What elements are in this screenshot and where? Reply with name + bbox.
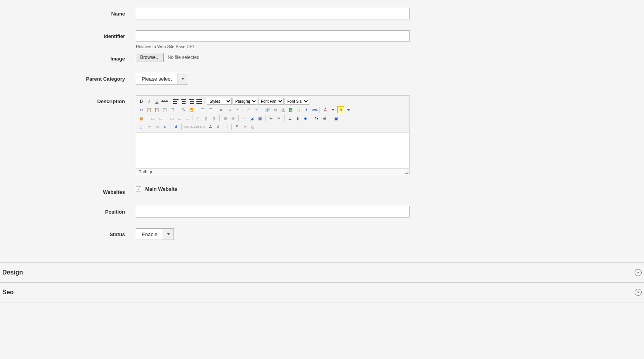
delete-row-icon[interactable]: ▭ xyxy=(184,115,191,122)
position-label: Position xyxy=(0,206,136,215)
ins-icon[interactable]: A xyxy=(215,123,222,130)
parent-category-value: Please select xyxy=(136,73,177,84)
number-list-icon[interactable]: ☰ xyxy=(207,106,214,113)
bg-color-icon[interactable]: ✎ xyxy=(337,106,344,113)
cite-icon[interactable]: CITE xyxy=(184,123,191,130)
special-char-icon[interactable]: Ω xyxy=(286,115,293,122)
visual-chars-icon[interactable]: ¶ xyxy=(234,123,241,130)
blockquote-icon[interactable]: ❝ xyxy=(234,106,241,113)
subscript-icon[interactable]: X₂ xyxy=(267,115,274,122)
paste-word-icon[interactable]: 📋 xyxy=(169,106,176,113)
chevron-down-icon[interactable] xyxy=(163,229,174,240)
insert-row-after-icon[interactable]: ▭ xyxy=(176,115,183,122)
resize-grip-icon[interactable] xyxy=(404,170,409,175)
expand-icon[interactable] xyxy=(635,289,642,296)
cleanup-icon[interactable]: ✨ xyxy=(295,106,302,113)
help-icon[interactable]: ℹ xyxy=(303,106,310,113)
description-label: Description xyxy=(0,95,136,104)
delete-col-icon[interactable]: ▯ xyxy=(210,115,217,122)
styles-select[interactable]: Styles xyxy=(207,98,232,105)
design-section-title: Design xyxy=(2,269,23,276)
visual-aid-icon[interactable]: ▦ xyxy=(256,115,263,122)
layer-front-icon[interactable]: ▭ xyxy=(153,123,160,130)
format-select[interactable]: Paragraph xyxy=(233,98,257,105)
rtl-icon[interactable]: ◂¶ xyxy=(321,115,328,122)
hr-icon[interactable]: — xyxy=(241,115,248,122)
page-break-icon[interactable]: ⊟ xyxy=(249,123,256,130)
expand-icon[interactable] xyxy=(635,269,642,276)
undo-icon[interactable]: ↶ xyxy=(245,106,252,113)
insert-row-before-icon[interactable]: ▭ xyxy=(168,115,175,122)
font-family-select[interactable]: Font Family xyxy=(258,98,284,105)
websites-label: Websites xyxy=(0,186,136,195)
acronym-icon[interactable]: A.C. xyxy=(199,123,206,130)
bullet-list-icon[interactable]: ☰ xyxy=(199,106,206,113)
align-right-icon[interactable] xyxy=(188,98,195,105)
main-website-label: Main Website xyxy=(145,186,177,192)
replace-icon[interactable]: 🔁 xyxy=(188,106,195,113)
cell-props-icon[interactable]: ▭ xyxy=(157,115,164,122)
font-size-select[interactable]: Font Size xyxy=(285,98,309,105)
indent-icon[interactable]: ⇥ xyxy=(226,106,233,113)
emoticon-icon[interactable]: ▮ xyxy=(294,115,301,122)
name-label: Name xyxy=(0,8,136,17)
paste-icon[interactable]: 📋 xyxy=(153,106,160,113)
ltr-icon[interactable]: ¶▸ xyxy=(313,115,320,122)
split-cells-icon[interactable]: ⊞ xyxy=(222,115,229,122)
align-justify-icon[interactable] xyxy=(196,98,203,105)
status-select[interactable]: Enable xyxy=(136,228,174,240)
editor-body[interactable] xyxy=(136,133,409,168)
attribs-icon[interactable]: 📄 xyxy=(222,123,229,130)
style-props-icon[interactable]: A xyxy=(172,123,179,130)
layer-abs-icon[interactable]: ↯ xyxy=(161,123,168,130)
remove-format-icon[interactable]: ◢ xyxy=(248,115,255,122)
underline-icon[interactable]: U xyxy=(153,98,160,105)
identifier-input[interactable] xyxy=(136,30,410,42)
outdent-icon[interactable]: ⇤ xyxy=(218,106,225,113)
align-left-icon[interactable] xyxy=(172,98,179,105)
layer-back-icon[interactable]: ▭ xyxy=(146,123,153,130)
seo-section-header[interactable]: Seo xyxy=(0,282,644,302)
strikethrough-icon[interactable]: ABC xyxy=(161,98,168,105)
chevron-down-icon[interactable] xyxy=(177,73,188,84)
copy-icon[interactable]: 📋 xyxy=(146,106,153,113)
status-value: Enable xyxy=(136,229,163,240)
italic-icon[interactable]: I xyxy=(146,98,153,105)
parent-category-select[interactable]: Please select xyxy=(136,73,188,85)
fullscreen-icon[interactable]: ▣ xyxy=(332,115,339,122)
bold-icon[interactable]: B xyxy=(138,98,145,105)
design-section-header[interactable]: Design xyxy=(0,262,644,282)
text-color-icon[interactable]: A xyxy=(322,106,329,113)
paste-text-icon[interactable]: 📋 xyxy=(161,106,168,113)
unlink-icon[interactable]: ⛓ xyxy=(272,106,279,113)
insert-col-before-icon[interactable]: ▯ xyxy=(195,115,202,122)
image-icon[interactable]: 🖼 xyxy=(287,106,294,113)
del-icon[interactable]: A xyxy=(207,123,214,130)
insert-col-after-icon[interactable]: ▯ xyxy=(203,115,210,122)
cut-icon[interactable]: ✂ xyxy=(138,106,145,113)
position-input[interactable] xyxy=(136,206,410,217)
image-label: Image xyxy=(0,53,136,62)
browse-button[interactable]: Browse... xyxy=(136,53,164,62)
find-icon[interactable]: 🔍 xyxy=(180,106,187,113)
table-icon[interactable]: ▦ xyxy=(138,115,145,122)
bg-color-picker-icon[interactable] xyxy=(345,106,352,113)
abbr-icon[interactable]: ABBR xyxy=(191,123,198,130)
superscript-icon[interactable]: X² xyxy=(275,115,282,122)
nbsp-icon[interactable]: ⊘ xyxy=(241,123,248,130)
name-input[interactable] xyxy=(136,8,410,19)
seo-section-title: Seo xyxy=(2,289,14,296)
row-props-icon[interactable]: ▭ xyxy=(149,115,156,122)
redo-icon[interactable]: ↷ xyxy=(253,106,260,113)
align-center-icon[interactable] xyxy=(180,98,187,105)
link-icon[interactable]: 🔗 xyxy=(264,106,271,113)
layer-icon[interactable]: ⬚ xyxy=(138,123,145,130)
identifier-label: Identifier xyxy=(0,30,136,39)
main-website-checkbox[interactable] xyxy=(136,186,141,192)
anchor-icon[interactable]: ⚓ xyxy=(279,106,286,113)
description-editor: B I U ABC Styles Paragraph Font Family xyxy=(136,95,410,175)
merge-cells-icon[interactable]: ⊟ xyxy=(229,115,236,122)
media-icon[interactable]: ◆ xyxy=(302,115,309,122)
html-icon[interactable]: HTML xyxy=(311,106,318,113)
text-color-picker-icon[interactable] xyxy=(330,106,337,113)
